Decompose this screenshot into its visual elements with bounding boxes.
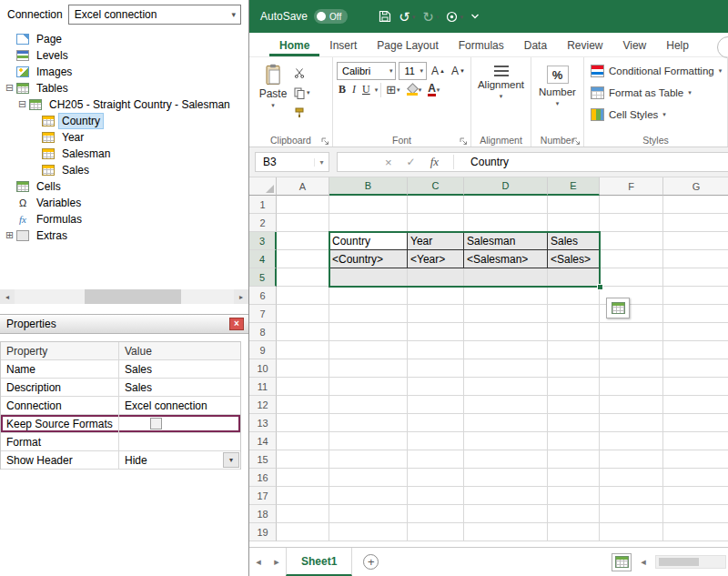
cell-F18[interactable] bbox=[600, 505, 663, 523]
cell-E1[interactable] bbox=[548, 196, 600, 214]
row-header-5[interactable]: 5 bbox=[249, 268, 277, 287]
cell-G10[interactable] bbox=[663, 359, 728, 378]
horizontal-scrollbar[interactable] bbox=[655, 555, 726, 569]
expand-icon[interactable]: ⊞ bbox=[4, 230, 15, 241]
row-header-7[interactable]: 7 bbox=[249, 305, 277, 323]
cell-B18[interactable] bbox=[329, 505, 408, 523]
column-header-B[interactable]: B bbox=[329, 177, 408, 196]
cell-G1[interactable] bbox=[663, 196, 728, 214]
paste-button[interactable]: Paste ▾ bbox=[252, 60, 294, 132]
cell-G12[interactable] bbox=[663, 396, 728, 414]
ribbon-tab-view[interactable]: View bbox=[612, 35, 656, 56]
property-row-name[interactable]: NameSales bbox=[1, 360, 240, 379]
cell-D4[interactable]: <Salesman> bbox=[464, 250, 548, 268]
cell-F9[interactable] bbox=[600, 341, 663, 359]
cell-G18[interactable] bbox=[663, 505, 728, 523]
cell-A5[interactable] bbox=[277, 268, 329, 287]
close-icon[interactable]: × bbox=[229, 318, 244, 330]
column-header-D[interactable]: D bbox=[464, 177, 548, 196]
customize-quick-access-button[interactable] bbox=[470, 13, 480, 20]
fill-handle[interactable] bbox=[597, 284, 603, 290]
cell-D7[interactable] bbox=[464, 305, 548, 323]
scroll-thumb[interactable] bbox=[85, 289, 181, 304]
cell-C8[interactable] bbox=[408, 323, 464, 341]
hscroll-left-button[interactable]: ◂ bbox=[634, 556, 652, 568]
cell-G13[interactable] bbox=[663, 414, 728, 432]
name-box[interactable]: B3 ▾ bbox=[255, 152, 329, 172]
cell-A17[interactable] bbox=[277, 487, 329, 505]
cell-A4[interactable] bbox=[277, 250, 329, 268]
row-header-1[interactable]: 1 bbox=[249, 196, 277, 214]
cell-E10[interactable] bbox=[548, 359, 600, 378]
tree-item-sales[interactable]: Sales bbox=[2, 162, 248, 178]
column-header-F[interactable]: F bbox=[600, 177, 663, 196]
row-header-3[interactable]: 3 bbox=[249, 232, 277, 250]
cell-F16[interactable] bbox=[600, 469, 663, 487]
cell-F4[interactable] bbox=[600, 250, 663, 268]
number-dialog-launcher[interactable] bbox=[572, 136, 581, 145]
ribbon-tab-formulas[interactable]: Formulas bbox=[449, 35, 514, 56]
show-header-dropdown[interactable]: ▾ bbox=[223, 452, 239, 468]
row-header-11[interactable]: 11 bbox=[249, 378, 277, 396]
cell-B8[interactable] bbox=[329, 323, 408, 341]
cell-C17[interactable] bbox=[408, 487, 464, 505]
cell-C19[interactable] bbox=[408, 523, 464, 541]
underline-button[interactable]: U bbox=[360, 82, 372, 97]
cell-B5[interactable] bbox=[329, 268, 408, 287]
cell-C1[interactable] bbox=[408, 196, 464, 214]
row-header-19[interactable]: 19 bbox=[249, 523, 277, 541]
cell-G4[interactable] bbox=[663, 250, 728, 268]
cell-A18[interactable] bbox=[277, 505, 329, 523]
cell-D10[interactable] bbox=[464, 359, 548, 378]
row-header-10[interactable]: 10 bbox=[249, 359, 277, 378]
cell-G5[interactable] bbox=[663, 268, 728, 287]
property-row-format[interactable]: Format bbox=[1, 433, 240, 451]
cell-C15[interactable] bbox=[408, 450, 464, 469]
prev-sheet-button[interactable]: ◂ bbox=[249, 548, 268, 576]
insert-function-icon[interactable]: fx bbox=[430, 155, 439, 169]
cell-A6[interactable] bbox=[277, 287, 329, 305]
tree-item-year[interactable]: Year bbox=[2, 129, 248, 146]
cell-C2[interactable] bbox=[408, 214, 464, 232]
cell-A19[interactable] bbox=[277, 523, 329, 541]
cell-E16[interactable] bbox=[548, 469, 600, 487]
cell-E4[interactable]: <Sales> bbox=[548, 250, 600, 268]
cell-D18[interactable] bbox=[464, 505, 548, 523]
cell-G14[interactable] bbox=[663, 432, 728, 450]
cell-E17[interactable] bbox=[548, 487, 600, 505]
cell-C7[interactable] bbox=[408, 305, 464, 323]
cell-B19[interactable] bbox=[329, 523, 408, 541]
cell-B12[interactable] bbox=[329, 396, 408, 414]
cell-E11[interactable] bbox=[548, 378, 600, 396]
cell-G6[interactable] bbox=[663, 287, 728, 305]
decrease-font-button[interactable]: A▼ bbox=[450, 64, 467, 78]
copy-button[interactable]: ▾ bbox=[294, 86, 310, 100]
property-row-description[interactable]: DescriptionSales bbox=[1, 379, 240, 397]
tree-item-extras[interactable]: ⊞Extras bbox=[2, 227, 248, 244]
cut-button[interactable] bbox=[294, 66, 310, 80]
cell-F19[interactable] bbox=[600, 523, 663, 541]
cell-A7[interactable] bbox=[277, 305, 329, 323]
autosave-toggle[interactable]: AutoSave Off bbox=[260, 9, 348, 24]
undo-button[interactable]: ↺▾ bbox=[399, 10, 415, 24]
property-row-connection[interactable]: ConnectionExcel connection bbox=[1, 397, 240, 415]
cell-B9[interactable] bbox=[329, 341, 408, 359]
smart-tag-button[interactable] bbox=[606, 298, 630, 318]
cell-D13[interactable] bbox=[464, 414, 548, 432]
cell-G17[interactable] bbox=[663, 487, 728, 505]
ribbon-tab-data[interactable]: Data bbox=[514, 35, 557, 56]
tree-item-formulas[interactable]: fxFormulas bbox=[2, 211, 248, 227]
cell-E7[interactable] bbox=[548, 305, 600, 323]
cell-D8[interactable] bbox=[464, 323, 548, 341]
font-dialog-launcher[interactable] bbox=[460, 136, 469, 145]
cell-G19[interactable] bbox=[663, 523, 728, 541]
cell-C10[interactable] bbox=[408, 359, 464, 378]
ribbon-tab-help[interactable]: Help bbox=[656, 35, 699, 56]
cell-D12[interactable] bbox=[464, 396, 548, 414]
keep-source-formats-checkbox[interactable] bbox=[150, 418, 162, 429]
name-box-dropdown-icon[interactable]: ▾ bbox=[314, 158, 329, 167]
cell-D17[interactable] bbox=[464, 487, 548, 505]
fill-color-button[interactable]: ▾ bbox=[405, 84, 424, 96]
cell-B16[interactable] bbox=[329, 469, 408, 487]
cell-F2[interactable] bbox=[600, 214, 663, 232]
